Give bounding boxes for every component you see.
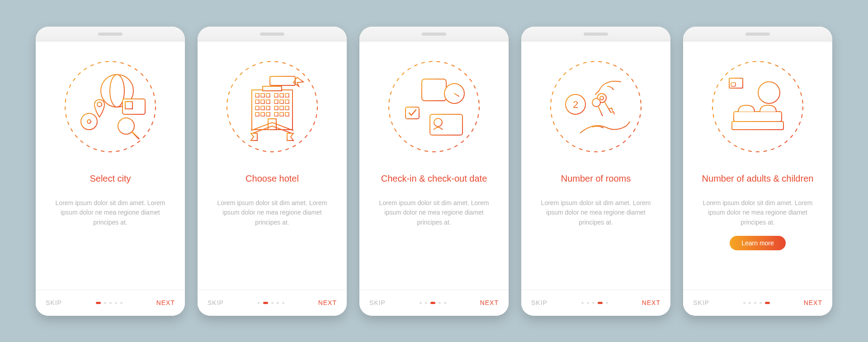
svg-rect-50 [422, 79, 446, 101]
phone-frame: 2 Number of rooms Lorem ipsum dolor sit … [521, 27, 670, 316]
onboarding-title: Check-in & check-out date [381, 167, 487, 190]
keys-hand-icon: 2 [548, 59, 643, 154]
learn-more-button[interactable]: Learn more [730, 236, 786, 250]
onboarding-footer: SKIP NEXT [521, 290, 670, 316]
onboarding-title: Number of adults & children [702, 167, 814, 190]
svg-point-77 [592, 98, 600, 107]
hotel-building-icon [225, 59, 320, 154]
dot [425, 302, 427, 304]
dot [760, 302, 762, 304]
svg-rect-23 [263, 86, 282, 91]
onboarding-screen: Number of adults & children Lorem ipsum … [683, 43, 832, 316]
skip-button[interactable]: SKIP [531, 299, 547, 306]
skip-button[interactable]: SKIP [46, 299, 62, 306]
dot [598, 302, 603, 304]
onboarding-title: Number of rooms [561, 167, 631, 190]
dot [258, 302, 260, 304]
page-indicator [581, 302, 608, 304]
onboarding-footer: SKIP NEXT [36, 290, 185, 316]
dot [444, 302, 446, 304]
onboarding-description: Lorem ipsum dolor sit dim amet. Lorem ip… [371, 198, 497, 228]
dot [439, 302, 441, 304]
onboarding-screen: 2 Number of rooms Lorem ipsum dolor sit … [521, 43, 670, 316]
dot [115, 302, 117, 304]
svg-line-76 [604, 102, 611, 112]
dot [592, 302, 594, 304]
onboarding-title: Choose hotel [245, 167, 299, 190]
phone-frame: Choose hotel Lorem ipsum dolor sit dim a… [198, 27, 347, 316]
svg-rect-89 [732, 122, 783, 130]
onboarding-title: Select city [90, 167, 131, 190]
next-button[interactable]: NEXT [318, 299, 337, 306]
onboarding-description: Lorem ipsum dolor sit dim amet. Lorem ip… [209, 198, 335, 228]
next-button[interactable]: NEXT [804, 299, 822, 306]
next-button[interactable]: NEXT [480, 299, 499, 306]
phone-speaker [260, 33, 284, 36]
phone-frame: Number of adults & children Lorem ipsum … [683, 27, 832, 316]
dot [263, 302, 268, 304]
bed-plus-icon [710, 59, 805, 154]
dot [271, 302, 274, 304]
svg-text:2: 2 [573, 99, 578, 110]
dot [104, 302, 106, 304]
svg-rect-19 [270, 76, 295, 85]
skip-button[interactable]: SKIP [369, 299, 386, 306]
phone-speaker [422, 33, 446, 36]
dot [754, 302, 756, 304]
dot [606, 302, 608, 304]
dot [282, 302, 284, 304]
onboarding-footer: SKIP NEXT [198, 290, 347, 316]
onboarding-stage: Select city Lorem ipsum dolor sit dim am… [13, 9, 855, 334]
next-button[interactable]: NEXT [156, 299, 175, 306]
dot [109, 302, 112, 304]
globe-map-pin-icon [63, 59, 158, 154]
page-indicator [258, 302, 284, 304]
skip-button[interactable]: SKIP [693, 299, 709, 306]
onboarding-description: Lorem ipsum dolor sit dim amet. Lorem ip… [695, 198, 821, 228]
dot [96, 302, 101, 304]
page-indicator [420, 302, 446, 304]
onboarding-footer: SKIP NEXT [359, 290, 509, 316]
svg-rect-88 [734, 112, 782, 122]
phone-speaker [98, 33, 123, 36]
dot [743, 302, 745, 304]
dot [120, 302, 123, 304]
svg-line-17 [132, 132, 139, 139]
calendar-clock-icon [387, 59, 481, 154]
phone-speaker [584, 33, 608, 36]
dot [581, 302, 584, 304]
dot [277, 302, 279, 304]
next-button[interactable]: NEXT [642, 299, 660, 306]
svg-rect-65 [406, 107, 419, 119]
svg-line-78 [598, 106, 603, 116]
dot [420, 302, 422, 304]
onboarding-footer: SKIP NEXT [683, 290, 832, 316]
page-indicator [743, 302, 770, 304]
svg-point-79 [712, 61, 803, 152]
dot [430, 302, 435, 304]
phone-speaker [745, 33, 770, 36]
onboarding-screen: Check-in & check-out date Lorem ipsum do… [359, 43, 509, 316]
onboarding-screen: Choose hotel Lorem ipsum dolor sit dim a… [198, 43, 347, 316]
dot [587, 302, 589, 304]
onboarding-description: Lorem ipsum dolor sit dim amet. Lorem ip… [47, 198, 173, 228]
svg-point-49 [389, 61, 479, 152]
page-indicator [96, 302, 123, 304]
phone-frame: Select city Lorem ipsum dolor sit dim am… [36, 27, 185, 316]
dot [765, 302, 770, 304]
dot [749, 302, 751, 304]
phone-frame: Check-in & check-out date Lorem ipsum do… [359, 27, 509, 316]
onboarding-screen: Select city Lorem ipsum dolor sit dim am… [36, 43, 185, 316]
onboarding-description: Lorem ipsum dolor sit dim amet. Lorem ip… [533, 198, 659, 228]
skip-button[interactable]: SKIP [208, 299, 224, 306]
